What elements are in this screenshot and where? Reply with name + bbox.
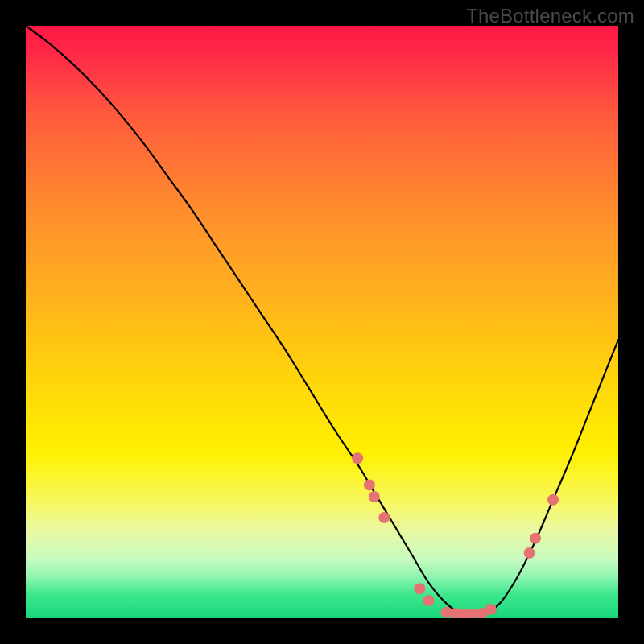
data-dot: [378, 512, 390, 523]
data-dot: [414, 583, 425, 594]
data-dot: [352, 452, 363, 464]
data-dot: [524, 547, 535, 559]
data-dot: [369, 491, 380, 502]
gradient-background: [26, 26, 618, 618]
data-dot: [364, 479, 375, 490]
chart-frame: TheBottleneck.com: [0, 0, 644, 644]
data-dot: [547, 494, 559, 506]
plot-area: [26, 26, 618, 618]
data-dot: [530, 533, 541, 544]
watermark-text: TheBottleneck.com: [466, 5, 634, 27]
data-dot: [423, 595, 434, 606]
data-dot: [485, 604, 497, 615]
bottleneck-curve-chart: [26, 26, 618, 618]
